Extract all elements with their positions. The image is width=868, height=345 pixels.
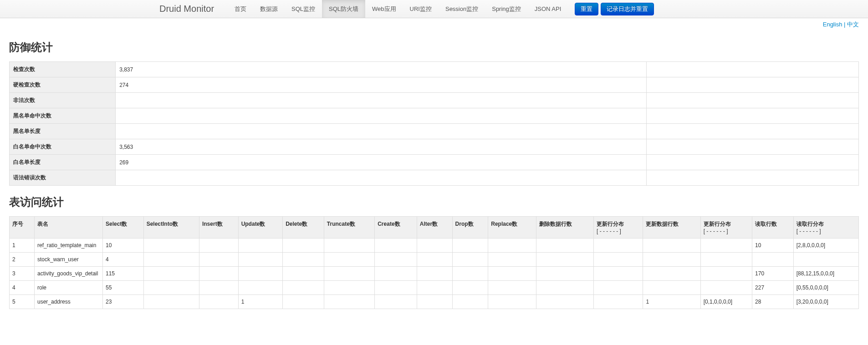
th-truncate[interactable]: Truncate数 bbox=[324, 217, 374, 238]
th-alter[interactable]: Alter数 bbox=[417, 217, 452, 238]
th-select[interactable]: Select数 bbox=[103, 217, 144, 238]
cell-name: stock_warn_user bbox=[35, 253, 103, 267]
nav-item-4[interactable]: Web应用 bbox=[365, 0, 403, 18]
cell-update bbox=[238, 253, 283, 267]
defense-label: 硬检查次数 bbox=[10, 77, 116, 93]
nav-item-0[interactable]: 首页 bbox=[228, 0, 253, 18]
cell-delrows bbox=[536, 281, 593, 295]
cell-alter bbox=[417, 238, 452, 253]
th-delete[interactable]: Delete数 bbox=[283, 217, 324, 238]
defense-stats-title: 防御统计 bbox=[9, 40, 859, 55]
cell-create bbox=[375, 267, 417, 281]
lang-chinese-link[interactable]: 中文 bbox=[847, 21, 859, 28]
th-idx[interactable]: 序号 bbox=[10, 217, 35, 238]
cell-readrows: 170 bbox=[752, 267, 794, 281]
cell-delete bbox=[283, 295, 324, 309]
cell-readdist: [88,12,15,0,0,0] bbox=[793, 267, 858, 281]
cell-updatedist2 bbox=[700, 281, 752, 295]
th-updrows[interactable]: 更新数据行数 bbox=[643, 217, 700, 238]
cell-insert bbox=[199, 238, 238, 253]
defense-label: 语法错误次数 bbox=[10, 170, 116, 186]
table-row: 1ref_ratio_template_main1010[2,8,0,0,0,0… bbox=[10, 238, 859, 253]
cell-idx: 5 bbox=[10, 295, 35, 309]
defense-value bbox=[116, 108, 647, 124]
cell-readdist: [0,55,0,0,0,0] bbox=[793, 281, 858, 295]
cell-updrows bbox=[643, 253, 700, 267]
defense-row: 白名单长度269 bbox=[10, 155, 859, 170]
nav-item-8[interactable]: JSON API bbox=[528, 0, 568, 18]
cell-updatedist2 bbox=[700, 253, 752, 267]
nav-item-6[interactable]: Session监控 bbox=[439, 0, 485, 18]
th-updatedist[interactable]: 更新行分布[ - - - - - - ] bbox=[593, 217, 643, 238]
th-insert[interactable]: Insert数 bbox=[199, 217, 238, 238]
cell-drop bbox=[452, 238, 488, 253]
defense-label: 黑名单长度 bbox=[10, 124, 116, 139]
nav-item-1[interactable]: 数据源 bbox=[253, 0, 285, 18]
th-readdist[interactable]: 读取行分布[ - - - - - - ] bbox=[793, 217, 858, 238]
cell-readrows bbox=[752, 253, 794, 267]
th-readrows[interactable]: 读取行数 bbox=[752, 217, 794, 238]
top-navbar: Druid Monitor 首页数据源SQL监控SQL防火墙Web应用URI监控… bbox=[0, 0, 868, 18]
cell-delrows bbox=[536, 238, 593, 253]
cell-idx: 3 bbox=[10, 267, 35, 281]
cell-drop bbox=[452, 281, 488, 295]
th-drop[interactable]: Drop数 bbox=[452, 217, 488, 238]
defense-value bbox=[116, 170, 647, 186]
th-create[interactable]: Create数 bbox=[375, 217, 417, 238]
cell-updatedist bbox=[593, 295, 643, 309]
defense-row: 黑名单长度 bbox=[10, 124, 859, 139]
cell-name: role bbox=[35, 281, 103, 295]
nav-item-2[interactable]: SQL监控 bbox=[285, 0, 322, 18]
cell-insert bbox=[199, 267, 238, 281]
th-update[interactable]: Update数 bbox=[238, 217, 283, 238]
cell-readdist: [2,8,0,0,0,0] bbox=[793, 238, 858, 253]
cell-selectinto bbox=[143, 295, 199, 309]
cell-create bbox=[375, 253, 417, 267]
defense-value: 3,563 bbox=[116, 139, 647, 155]
log-reset-button[interactable]: 记录日志并重置 bbox=[601, 3, 654, 15]
defense-row: 检查次数3,837 bbox=[10, 62, 859, 77]
cell-select: 10 bbox=[103, 238, 144, 253]
defense-row: 语法错误次数 bbox=[10, 170, 859, 186]
cell-insert bbox=[199, 253, 238, 267]
cell-alter bbox=[417, 253, 452, 267]
defense-spacer bbox=[646, 139, 858, 155]
defense-spacer bbox=[646, 170, 858, 186]
cell-idx: 2 bbox=[10, 253, 35, 267]
cell-delrows bbox=[536, 253, 593, 267]
language-switch: English | 中文 bbox=[0, 18, 868, 31]
cell-delete bbox=[283, 281, 324, 295]
nav-item-7[interactable]: Spring监控 bbox=[485, 0, 528, 18]
defense-spacer bbox=[646, 124, 858, 139]
th-replace[interactable]: Replace数 bbox=[488, 217, 536, 238]
lang-english-link[interactable]: English bbox=[823, 21, 842, 28]
th-delrows[interactable]: 删除数据行数 bbox=[536, 217, 593, 238]
cell-drop bbox=[452, 295, 488, 309]
defense-stats-table: 检查次数3,837硬检查次数274非法次数黑名单命中次数黑名单长度白名单命中次数… bbox=[9, 61, 859, 186]
defense-value bbox=[116, 124, 647, 139]
defense-label: 白名单命中次数 bbox=[10, 139, 116, 155]
cell-readrows: 10 bbox=[752, 238, 794, 253]
table-row: 3activity_goods_vip_detail115170[88,12,1… bbox=[10, 267, 859, 281]
cell-updatedist2 bbox=[700, 267, 752, 281]
defense-spacer bbox=[646, 108, 858, 124]
cell-selectinto bbox=[143, 267, 199, 281]
defense-value: 3,837 bbox=[116, 62, 647, 77]
cell-updatedist bbox=[593, 281, 643, 295]
th-selectinto[interactable]: SelectInto数 bbox=[143, 217, 199, 238]
cell-truncate bbox=[324, 253, 374, 267]
cell-update bbox=[238, 267, 283, 281]
nav-item-5[interactable]: URI监控 bbox=[403, 0, 439, 18]
nav-item-3[interactable]: SQL防火墙 bbox=[322, 0, 365, 18]
th-updatedist2[interactable]: 更新行分布[ - - - - - - ] bbox=[700, 217, 752, 238]
reset-button[interactable]: 重置 bbox=[575, 3, 598, 15]
th-name[interactable]: 表名 bbox=[35, 217, 103, 238]
table-header-row: 序号 表名 Select数 SelectInto数 Insert数 Update… bbox=[10, 217, 859, 238]
cell-insert bbox=[199, 295, 238, 309]
defense-spacer bbox=[646, 93, 858, 108]
defense-value bbox=[116, 93, 647, 108]
table-stats-title: 表访问统计 bbox=[9, 195, 859, 209]
cell-truncate bbox=[324, 295, 374, 309]
cell-selectinto bbox=[143, 253, 199, 267]
defense-row: 黑名单命中次数 bbox=[10, 108, 859, 124]
